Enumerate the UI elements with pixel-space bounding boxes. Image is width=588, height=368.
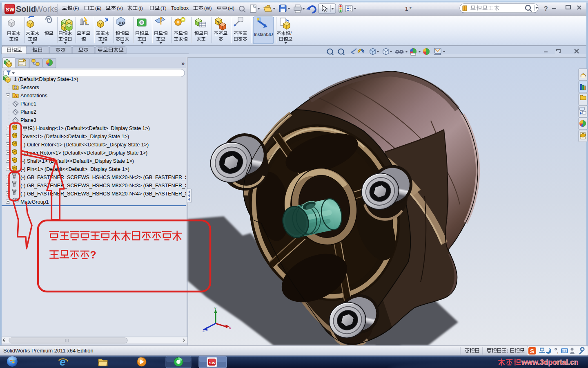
svg-text:,: , — [557, 348, 559, 355]
svg-text:(T): (T) — [160, 6, 167, 11]
svg-text:/: / — [290, 31, 292, 36]
svg-text:Instant3D: Instant3D — [254, 32, 273, 37]
svg-text:(E): (E) — [95, 6, 102, 11]
svg-text:Solid: Solid — [16, 4, 36, 13]
svg-text:S: S — [530, 348, 534, 355]
svg-text:Plane2: Plane2 — [20, 109, 36, 115]
svg-text:A: A — [14, 94, 17, 98]
svg-text:1 *: 1 * — [405, 6, 412, 12]
svg-text:) Housing<1> (Default<<Default: ) Housing<1> (Default<<Default>_Display … — [33, 126, 150, 131]
svg-text:(V): (V) — [117, 6, 123, 11]
svg-text:?: ? — [90, 249, 96, 260]
svg-text:www.3dportal.cn: www.3dportal.cn — [521, 358, 578, 366]
svg-text:e: e — [60, 356, 65, 368]
svg-text:Plane3: Plane3 — [20, 117, 36, 123]
svg-text:X: X — [229, 326, 231, 330]
svg-text:»: » — [181, 60, 185, 67]
svg-text:Works: Works — [35, 4, 58, 13]
svg-text:S: S — [209, 361, 212, 365]
svg-text:SolidWorks Premium 2011 x64 Ed: SolidWorks Premium 2011 x64 Edition — [3, 348, 94, 354]
svg-text:?: ? — [544, 5, 548, 12]
svg-text:(W): (W) — [204, 6, 212, 11]
svg-text:(F): (F) — [73, 6, 79, 11]
svg-text:W: W — [9, 7, 15, 13]
svg-text:(-) Shaft<1> (Default<<Default: (-) Shaft<1> (Default<<Default>_Display … — [20, 158, 134, 164]
svg-text:Sensors: Sensors — [20, 85, 39, 90]
svg-text:1 (Default<Display State-1>): 1 (Default<Display State-1>) — [14, 76, 78, 82]
svg-text:MateGroup1: MateGroup1 — [20, 199, 49, 205]
svg-text:S: S — [6, 7, 9, 13]
svg-text:(-) GB_FASTENER_SCREWS_HSHCS M: (-) GB_FASTENER_SCREWS_HSHCS M8X20-N<4> … — [20, 191, 199, 197]
svg-text:(I): (I) — [138, 6, 143, 11]
svg-text:Cover<1> (Default<<Default>_Di: Cover<1> (Default<<Default>_Display Stat… — [20, 134, 129, 139]
svg-text:(-) Outer Rotor<1> (Default<<D: (-) Outer Rotor<1> (Default<<Default>_Di… — [20, 142, 149, 148]
svg-text:Annotations: Annotations — [20, 93, 47, 99]
svg-text:(-) Pin<1> (Default<<Default>_: (-) Pin<1> (Default<<Default>_Display St… — [20, 166, 129, 172]
svg-text:Toolbox: Toolbox — [171, 5, 189, 11]
svg-text:Plane1: Plane1 — [20, 101, 36, 107]
svg-text:Z: Z — [203, 329, 205, 333]
svg-text:W: W — [212, 361, 216, 365]
svg-text:(H): (H) — [228, 6, 234, 11]
svg-text:Y: Y — [214, 307, 216, 311]
svg-text:(-) GB_FASTENER_SCREWS_HSHCS M: (-) GB_FASTENER_SCREWS_HSHCS M8X20-N<2> … — [20, 175, 199, 180]
svg-text::: : — [507, 348, 508, 354]
